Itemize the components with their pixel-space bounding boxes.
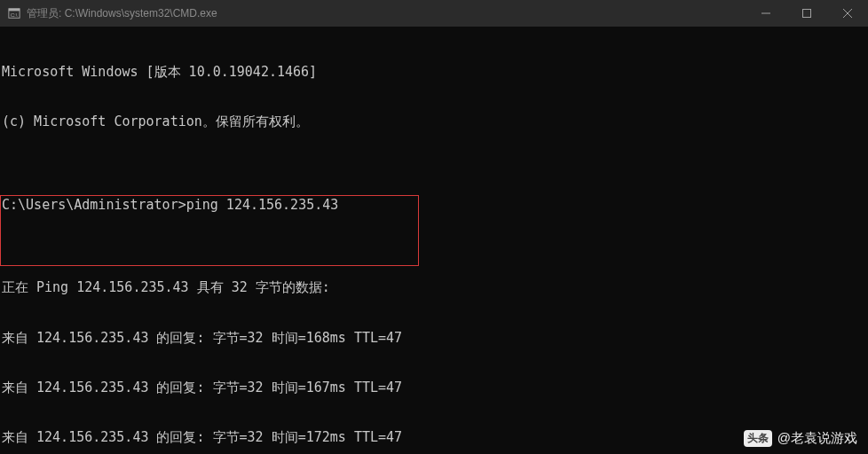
- version-line: Microsoft Windows [版本 10.0.19042.1466]: [2, 64, 866, 81]
- watermark-badge: 头条: [744, 430, 772, 447]
- close-button[interactable]: [827, 0, 868, 27]
- ping-header: 正在 Ping 124.156.235.43 具有 32 字节的数据:: [2, 279, 866, 296]
- window-title: 管理员: C:\Windows\system32\CMD.exe: [27, 6, 746, 21]
- window-controls: [746, 0, 868, 27]
- watermark-text: @老袁说游戏: [777, 430, 857, 447]
- command-line: C:\Users\Administrator>ping 124.156.235.…: [2, 197, 866, 214]
- terminal-area[interactable]: Microsoft Windows [版本 10.0.19042.1466] (…: [0, 27, 868, 454]
- minimize-button[interactable]: [746, 0, 786, 27]
- app-icon: C:\: [7, 6, 21, 20]
- watermark: 头条 @老袁说游戏: [744, 430, 857, 447]
- svg-rect-4: [803, 10, 811, 18]
- copyright-line: (c) Microsoft Corporation。保留所有权利。: [2, 114, 866, 130]
- titlebar: C:\ 管理员: C:\Windows\system32\CMD.exe: [0, 0, 868, 27]
- svg-text:C:\: C:\: [11, 12, 18, 18]
- ping-reply: 来自 124.156.235.43 的回复: 字节=32 时间=172ms TT…: [2, 429, 866, 446]
- ping-reply: 来自 124.156.235.43 的回复: 字节=32 时间=168ms TT…: [2, 330, 866, 347]
- ping-reply: 来自 124.156.235.43 的回复: 字节=32 时间=167ms TT…: [2, 380, 866, 396]
- maximize-button[interactable]: [786, 0, 827, 27]
